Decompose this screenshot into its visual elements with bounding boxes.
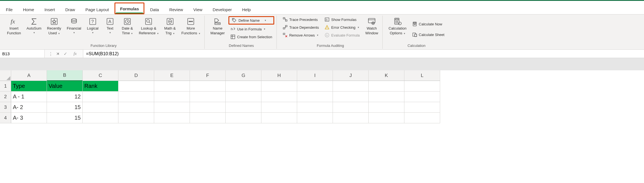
menu-review[interactable]: Review <box>164 4 188 14</box>
calculate-now-button[interactable]: Calculate Now <box>410 21 447 27</box>
menu-insert[interactable]: Insert <box>40 4 60 14</box>
cell-F3[interactable] <box>190 102 226 113</box>
cell-A4[interactable]: A- 3 <box>11 113 47 123</box>
logical-button[interactable]: ? Logical ▾ <box>85 16 101 35</box>
menu-file[interactable]: File <box>1 4 17 14</box>
cell-E4[interactable] <box>154 113 190 123</box>
spreadsheet-grid[interactable]: ABCDEFGHIJKL1TypeValueRank2A - 1123A- 21… <box>0 70 644 123</box>
cell-J3[interactable] <box>333 102 369 113</box>
column-header-E[interactable]: E <box>154 70 190 81</box>
select-all-corner[interactable] <box>0 70 11 81</box>
cell-F1[interactable] <box>190 81 226 92</box>
cell-A3[interactable]: A- 2 <box>11 102 47 113</box>
cell-D3[interactable] <box>118 102 154 113</box>
column-header-D[interactable]: D <box>118 70 154 81</box>
cell-G1[interactable] <box>226 81 261 92</box>
menu-data[interactable]: Data <box>145 4 164 14</box>
column-header-G[interactable]: G <box>226 70 261 81</box>
cell-D1[interactable] <box>118 81 154 92</box>
trace-precedents-button[interactable]: Trace Precedents <box>281 16 321 23</box>
use-in-formula-button[interactable]: fx Use in Formula ▾ <box>228 26 274 32</box>
show-formulas-button[interactable]: fx Show Formulas <box>323 16 362 23</box>
evaluate-formula-button[interactable]: fx Evaluate Formula <box>323 32 362 38</box>
cell-K2[interactable] <box>369 92 404 102</box>
calculate-sheet-button[interactable]: Calculate Sheet <box>410 31 447 38</box>
column-header-H[interactable]: H <box>261 70 297 81</box>
menu-home[interactable]: Home <box>18 4 39 14</box>
cell-G3[interactable] <box>226 102 261 113</box>
menu-help[interactable]: Help <box>237 4 256 14</box>
more-functions-button[interactable]: More Functions ▾ <box>180 16 202 37</box>
cell-F4[interactable] <box>190 113 226 123</box>
cell-J1[interactable] <box>333 81 369 92</box>
menu-draw[interactable]: Draw <box>61 4 80 14</box>
column-header-K[interactable]: K <box>369 70 404 81</box>
cell-D2[interactable] <box>118 92 154 102</box>
cell-H2[interactable] <box>261 92 297 102</box>
column-header-B[interactable]: B <box>47 70 83 81</box>
column-header-A[interactable]: A <box>11 70 47 81</box>
cell-G4[interactable] <box>226 113 261 123</box>
cell-A2[interactable]: A - 1 <box>11 92 47 102</box>
cell-L4[interactable] <box>404 113 440 123</box>
cell-B1[interactable]: Value <box>47 81 83 92</box>
cell-B3[interactable]: 15 <box>47 102 83 113</box>
recently-used-button[interactable]: Recently Used ▾ <box>45 16 63 37</box>
column-header-C[interactable]: C <box>83 70 118 81</box>
cell-K1[interactable] <box>369 81 404 92</box>
cell-C2[interactable] <box>83 92 118 102</box>
math-trig-button[interactable]: Math & Trig ▾ <box>162 16 178 37</box>
text-button[interactable]: A Text ▾ <box>102 16 118 35</box>
cell-I3[interactable] <box>297 102 333 113</box>
cell-L3[interactable] <box>404 102 440 113</box>
cell-I1[interactable] <box>297 81 333 92</box>
fx-button-icon[interactable]: fx <box>71 51 79 56</box>
cell-J2[interactable] <box>333 92 369 102</box>
cell-K3[interactable] <box>369 102 404 113</box>
row-header-1[interactable]: 1 <box>0 81 11 92</box>
cell-H4[interactable] <box>261 113 297 123</box>
cell-G2[interactable] <box>226 92 261 102</box>
insert-function-button[interactable]: fx Insert Function <box>5 16 23 37</box>
cancel-formula-icon[interactable]: ✕ <box>56 51 60 56</box>
cell-H1[interactable] <box>261 81 297 92</box>
cell-H3[interactable] <box>261 102 297 113</box>
cell-I2[interactable] <box>297 92 333 102</box>
column-header-J[interactable]: J <box>333 70 369 81</box>
cell-C1[interactable]: Rank <box>83 81 118 92</box>
date-time-button[interactable]: Date & Time ▾ <box>120 16 135 37</box>
menu-formulas[interactable]: Formulas <box>115 3 144 13</box>
cell-F2[interactable] <box>190 92 226 102</box>
calculation-options-button[interactable]: Calculation Options ▾ <box>387 16 408 37</box>
menu-developer[interactable]: Developer <box>208 4 237 14</box>
enter-formula-icon[interactable]: ✓ <box>64 51 67 56</box>
formula-input[interactable] <box>83 50 644 58</box>
cell-E1[interactable] <box>154 81 190 92</box>
menu-view[interactable]: View <box>189 4 207 14</box>
name-box[interactable]: ▾ <box>0 50 45 58</box>
remove-arrows-button[interactable]: Remove Arrows ▾ <box>281 32 321 38</box>
cell-B2[interactable]: 12 <box>47 92 83 102</box>
column-header-L[interactable]: L <box>404 70 440 81</box>
row-header-4[interactable]: 4 <box>0 113 11 123</box>
column-header-I[interactable]: I <box>297 70 333 81</box>
cell-J4[interactable] <box>333 113 369 123</box>
cell-B4[interactable]: 15 <box>47 113 83 123</box>
cell-C3[interactable] <box>83 102 118 113</box>
cell-D4[interactable] <box>118 113 154 123</box>
row-header-3[interactable]: 3 <box>0 102 11 113</box>
vertical-dots-icon[interactable]: ⋮ <box>49 51 52 56</box>
error-checking-button[interactable]: Error Checking ▾ <box>323 24 362 31</box>
financial-button[interactable]: Financial ▾ <box>65 16 83 35</box>
cell-C4[interactable] <box>83 113 118 123</box>
cell-L2[interactable] <box>404 92 440 102</box>
name-manager-button[interactable]: Name Manager <box>209 16 227 37</box>
cell-L1[interactable] <box>404 81 440 92</box>
autosum-button[interactable]: AutoSum ▾ <box>25 16 43 35</box>
column-header-F[interactable]: F <box>190 70 226 81</box>
cell-A1[interactable]: Type <box>11 81 47 92</box>
cell-E3[interactable] <box>154 102 190 113</box>
lookup-reference-button[interactable]: Lookup & Reference ▾ <box>137 16 161 37</box>
menu-page-layout[interactable]: Page Layout <box>81 4 114 14</box>
define-name-button[interactable]: Define Name ▾ <box>230 17 273 24</box>
